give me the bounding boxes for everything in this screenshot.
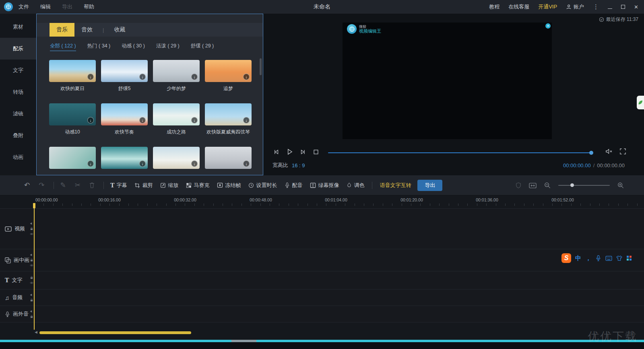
music-thumbnail[interactable]: ↓ [153,60,200,82]
track-mute-icon[interactable] [30,310,33,313]
ime-keyboard-icon[interactable] [605,256,612,261]
hscroll-left-arrow[interactable]: ◀ [35,330,37,334]
ime-skin-icon[interactable] [616,255,622,261]
menu-file[interactable]: 文件 [19,3,29,10]
aspect-ratio-value[interactable]: 16 : 9 [292,162,305,168]
music-item[interactable]: ↓ [49,147,96,175]
music-item[interactable]: ↓ 舒缓5 [101,60,148,103]
subtitle-tool[interactable]: T 字幕 [110,182,127,189]
track-voiceover-area[interactable] [36,306,644,322]
watermark-close-icon[interactable]: ✕ [545,23,551,29]
track-visibility-icon[interactable] [30,281,33,285]
zoom-out-icon[interactable] [544,182,551,189]
track-video-area[interactable] [36,209,644,249]
track-lock-icon[interactable] [30,298,33,302]
download-icon[interactable]: ↓ [87,117,94,123]
download-icon[interactable]: ↓ [139,117,146,123]
crop-tool[interactable]: 裁剪 [134,182,153,189]
menu-help[interactable]: 帮助 [84,3,94,10]
timeline-zoom-slider[interactable] [558,185,610,186]
shield-icon[interactable] [516,182,521,189]
category-lively[interactable]: 活泼 ( 29 ) [156,43,180,51]
previous-frame-button[interactable] [272,148,280,156]
freeze-frame-tool[interactable]: 冻结帧 [217,182,241,189]
track-visibility-icon[interactable] [30,232,33,236]
music-item[interactable]: ↓ 少年的梦 [153,60,200,103]
track-mute-icon[interactable] [30,293,33,297]
music-thumbnail[interactable]: ↓ [205,103,252,125]
track-visibility-icon[interactable] [30,264,33,267]
category-dynamic[interactable]: 动感 ( 30 ) [122,43,145,51]
category-hot[interactable]: 热门 ( 34 ) [87,43,111,51]
download-icon[interactable]: ↓ [191,160,198,167]
track-text-area[interactable] [36,271,644,289]
music-thumbnail[interactable]: ↓ [101,60,148,82]
undo-icon[interactable]: ↶ [24,181,30,189]
fullscreen-icon[interactable] [619,148,626,155]
music-item[interactable]: ↓ [153,147,200,175]
music-item[interactable]: ↓ 欢快版夏威夷四弦琴 [205,103,252,147]
download-icon[interactable]: ↓ [139,74,146,80]
music-thumbnail[interactable]: ↓ [101,147,148,169]
stop-button[interactable] [313,149,319,155]
zoom-slider-handle[interactable] [570,183,574,187]
download-icon[interactable]: ↓ [243,74,250,80]
music-thumbnail[interactable]: ↓ [49,60,96,82]
speech-text-convert-button[interactable]: 语音文字互转 [380,182,411,189]
music-thumbnail[interactable]: ↓ [49,103,96,125]
seek-handle[interactable] [589,151,593,155]
menu-edit[interactable]: 编辑 [40,3,51,10]
seek-slider[interactable] [328,152,591,153]
download-icon[interactable]: ↓ [243,117,250,123]
vip-link[interactable]: 开通VIP [538,3,557,10]
split-scissors-icon[interactable]: ✂ [75,181,80,189]
minimize-button[interactable] [608,4,612,10]
export-button[interactable]: 导出 [417,180,442,191]
music-item[interactable]: ↓ 欢快的夏日 [49,60,96,103]
ime-mode-chinese[interactable]: 中 [575,255,581,262]
next-frame-button[interactable] [299,148,307,156]
sogou-logo-icon[interactable]: S [561,253,571,263]
maximize-button[interactable] [621,4,625,10]
track-lock-icon[interactable] [30,315,33,318]
support-link[interactable]: 在线客服 [508,3,529,10]
green-screen-tool[interactable]: 绿幕抠像 [310,182,339,189]
play-button[interactable] [286,148,293,156]
zoom-tool[interactable]: 缩放 [160,182,178,189]
download-icon[interactable]: ↓ [191,117,198,123]
download-icon[interactable]: ↓ [87,74,94,80]
mosaic-tool[interactable]: 马赛克 [186,182,209,189]
music-thumbnail[interactable]: ↓ [49,147,96,169]
zoom-in-icon[interactable] [617,182,624,189]
category-soothing[interactable]: 舒缓 ( 29 ) [191,43,214,51]
music-item[interactable]: ↓ 动感10 [49,103,96,147]
delete-trash-icon[interactable] [89,182,95,188]
color-tool[interactable]: 调色 [347,182,364,189]
edit-pencil-icon[interactable]: ✎ [60,181,66,189]
track-pip-area[interactable] [36,249,644,271]
music-thumbnail[interactable]: ↓ [205,147,252,169]
timeline-ruler[interactable]: 00:00:00.00 00:00:16.00 00:00:32.00 00:0… [0,196,644,206]
music-thumbnail[interactable]: ↓ [205,60,252,82]
redo-icon[interactable]: ↷ [39,181,44,189]
ime-toolbox-icon[interactable] [626,255,632,261]
sidebar-item-text[interactable]: 文字 [0,60,36,81]
horizontal-scrollbar[interactable] [39,331,191,334]
download-icon[interactable]: ↓ [191,74,198,80]
music-thumbnail[interactable]: ↓ [153,103,200,125]
tab-sound-effects[interactable]: 音效 [74,23,99,37]
sidebar-item-media[interactable]: 素材 [0,16,36,38]
music-item[interactable]: ↓ 成功之路 [153,103,200,147]
ime-mic-icon[interactable] [595,255,601,261]
music-thumbnail[interactable]: ↓ [153,147,200,169]
sidebar-item-transition[interactable]: 转场 [0,81,36,103]
track-mute-icon[interactable] [30,253,33,257]
dubbing-tool[interactable]: 配音 [285,182,302,189]
track-mute-icon[interactable] [30,222,33,226]
category-all[interactable]: 全部 ( 122 ) [50,43,76,51]
sidebar-item-overlay[interactable]: 叠附 [0,125,36,146]
side-widget[interactable] [637,96,644,109]
tab-favorites[interactable]: 收藏 [107,23,132,37]
mute-speaker-icon[interactable] [605,148,613,155]
download-icon[interactable]: ↓ [139,160,146,167]
